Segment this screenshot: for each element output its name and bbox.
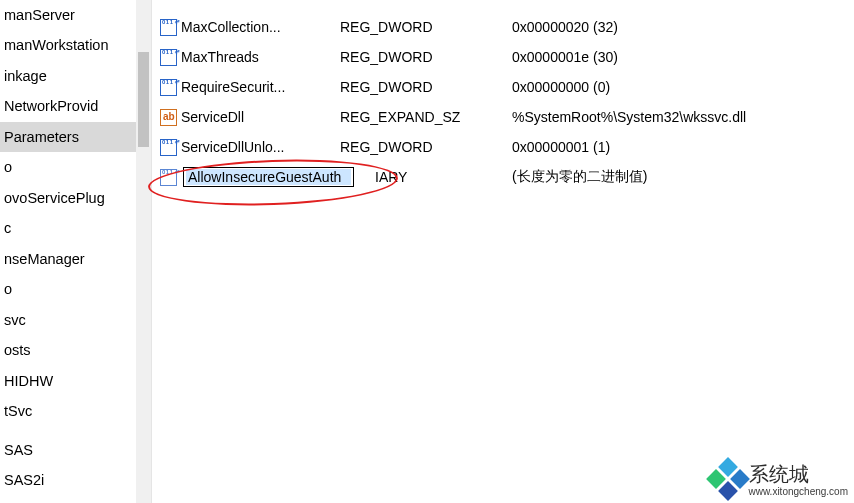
value-name: ServiceDllUnlo... bbox=[181, 139, 284, 155]
value-data: 0x00000001 (1) bbox=[512, 139, 854, 155]
tree-item[interactable]: svc bbox=[0, 305, 151, 335]
value-type: REG_DWORD bbox=[340, 49, 512, 65]
value-type: REG_DWORD bbox=[340, 79, 512, 95]
value-data: 0x0000001e (30) bbox=[512, 49, 854, 65]
tree-item[interactable]: nseManager bbox=[0, 244, 151, 274]
tree-item[interactable]: tSvc bbox=[0, 396, 151, 426]
value-name: MaxThreads bbox=[181, 49, 259, 65]
tree-item[interactable]: SAS2i bbox=[0, 465, 151, 495]
tree-item[interactable]: c bbox=[0, 213, 151, 243]
value-type: IARY bbox=[375, 169, 512, 185]
tree-item-parameters[interactable]: Parameters bbox=[0, 122, 151, 152]
tree-scrollbar-thumb[interactable] bbox=[138, 52, 149, 147]
value-data: 0x00000020 (32) bbox=[512, 19, 854, 35]
watermark-logo-icon bbox=[711, 462, 745, 496]
tree-item[interactable]: osts bbox=[0, 335, 151, 365]
reg-binary-icon bbox=[160, 169, 177, 186]
tree-item[interactable]: manServer bbox=[0, 0, 151, 30]
value-data: (长度为零的二进制值) bbox=[512, 168, 854, 186]
value-row[interactable]: RequireSecurit... REG_DWORD 0x00000000 (… bbox=[152, 72, 854, 102]
value-data: %SystemRoot%\System32\wkssvc.dll bbox=[512, 109, 854, 125]
value-type: REG_EXPAND_SZ bbox=[340, 109, 512, 125]
tree-item[interactable]: ovoServicePlug bbox=[0, 183, 151, 213]
value-row[interactable]: ServiceDll REG_EXPAND_SZ %SystemRoot%\Sy… bbox=[152, 102, 854, 132]
tree-item[interactable]: HIDHW bbox=[0, 366, 151, 396]
registry-tree-pane: manServer manWorkstation inkage NetworkP… bbox=[0, 0, 152, 503]
reg-dword-icon bbox=[160, 139, 177, 156]
registry-values-pane: MaxCollection... REG_DWORD 0x00000020 (3… bbox=[152, 0, 854, 503]
tree-item[interactable]: manWorkstation bbox=[0, 30, 151, 60]
reg-sz-icon bbox=[160, 109, 177, 126]
reg-dword-icon bbox=[160, 49, 177, 66]
rename-input[interactable] bbox=[186, 169, 351, 185]
tree-item[interactable]: NetworkProvid bbox=[0, 91, 151, 121]
value-data: 0x00000000 (0) bbox=[512, 79, 854, 95]
tree-item[interactable]: SAS bbox=[0, 435, 151, 465]
tree-item[interactable]: inkage bbox=[0, 61, 151, 91]
tree-scrollbar[interactable] bbox=[136, 0, 151, 503]
watermark-url: www.xitongcheng.com bbox=[749, 486, 849, 497]
reg-dword-icon bbox=[160, 79, 177, 96]
watermark-text: 系统城 bbox=[749, 461, 849, 488]
tree-item[interactable] bbox=[0, 427, 151, 435]
value-name: MaxCollection... bbox=[181, 19, 281, 35]
value-row-editing[interactable]: IARY (长度为零的二进制值) bbox=[152, 162, 854, 192]
value-type: REG_DWORD bbox=[340, 19, 512, 35]
value-row[interactable]: MaxThreads REG_DWORD 0x0000001e (30) bbox=[152, 42, 854, 72]
watermark: 系统城 www.xitongcheng.com bbox=[711, 461, 849, 497]
rename-edit-wrap bbox=[183, 167, 354, 187]
value-row[interactable]: ServiceDllUnlo... REG_DWORD 0x00000001 (… bbox=[152, 132, 854, 162]
tree-item[interactable]: o bbox=[0, 274, 151, 304]
value-name: ServiceDll bbox=[181, 109, 244, 125]
tree-item[interactable]: o bbox=[0, 152, 151, 182]
value-name: RequireSecurit... bbox=[181, 79, 285, 95]
value-type: REG_DWORD bbox=[340, 139, 512, 155]
reg-dword-icon bbox=[160, 19, 177, 36]
value-row[interactable]: MaxCollection... REG_DWORD 0x00000020 (3… bbox=[152, 12, 854, 42]
